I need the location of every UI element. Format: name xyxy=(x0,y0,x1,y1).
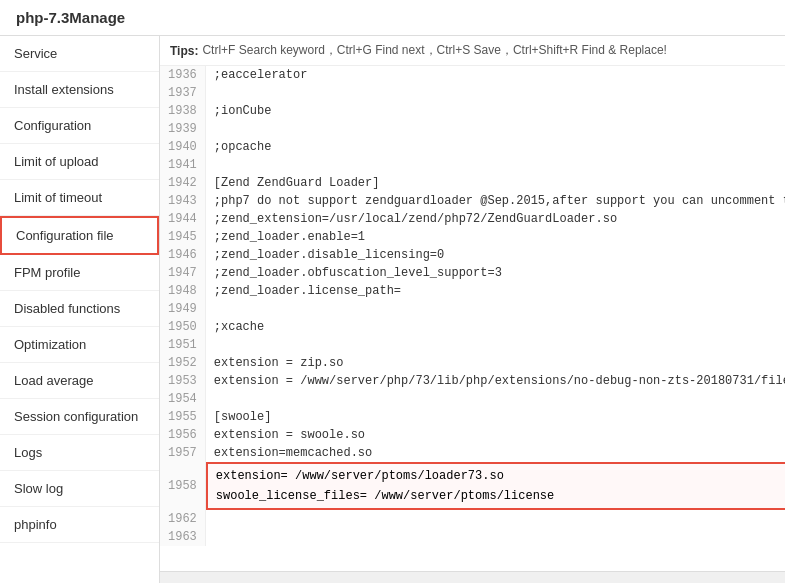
sidebar-item-configuration-file[interactable]: Configuration file xyxy=(0,216,159,255)
app-title: php-7.3Manage xyxy=(16,9,125,26)
sidebar-item-phpinfo[interactable]: phpinfo xyxy=(0,507,159,543)
sidebar-item-configuration[interactable]: Configuration xyxy=(0,108,159,144)
sidebar-item-install-extensions[interactable]: Install extensions xyxy=(0,72,159,108)
sidebar-item-fpm-profile[interactable]: FPM profile xyxy=(0,255,159,291)
sidebar-item-load-average[interactable]: Load average xyxy=(0,363,159,399)
table-row: 1948;zend_loader.license_path= xyxy=(160,282,785,300)
table-row: 1956extension = swoole.so xyxy=(160,426,785,444)
tips-label: Tips: xyxy=(170,44,198,58)
table-row: 1963 xyxy=(160,528,785,546)
table-row: 1940;opcache xyxy=(160,138,785,156)
table-row: 1957extension=memcached.so xyxy=(160,444,785,462)
table-row: 1936;eaccelerator xyxy=(160,66,785,84)
tips-bar: Tips: Ctrl+F Search keyword，Ctrl+G Find … xyxy=(160,36,785,66)
sidebar-item-limit-of-upload[interactable]: Limit of upload xyxy=(0,144,159,180)
content-area: Tips: Ctrl+F Search keyword，Ctrl+G Find … xyxy=(160,36,785,583)
table-row: 1946;zend_loader.disable_licensing=0 xyxy=(160,246,785,264)
sidebar-item-slow-log[interactable]: Slow log xyxy=(0,471,159,507)
table-row: 1952extension = zip.so xyxy=(160,354,785,372)
table-row: 1954 xyxy=(160,390,785,408)
sidebar-item-session-configuration[interactable]: Session configuration xyxy=(0,399,159,435)
table-row: 1953extension = /www/server/php/73/lib/p… xyxy=(160,372,785,390)
sidebar-item-optimization[interactable]: Optimization xyxy=(0,327,159,363)
sidebar-item-disabled-functions[interactable]: Disabled functions xyxy=(0,291,159,327)
table-row: 1955[swoole] xyxy=(160,408,785,426)
sidebar-item-limit-of-timeout[interactable]: Limit of timeout xyxy=(0,180,159,216)
table-row: 1937 xyxy=(160,84,785,102)
table-row: 1943;php7 do not support zendguardloader… xyxy=(160,192,785,210)
table-row: 1938;ionCube xyxy=(160,102,785,120)
table-row: 1939 xyxy=(160,120,785,138)
table-row: 1947;zend_loader.obfuscation_level_suppo… xyxy=(160,264,785,282)
table-row: 1944;zend_extension=/usr/local/zend/php7… xyxy=(160,210,785,228)
sidebar: ServiceInstall extensionsConfigurationLi… xyxy=(0,36,160,583)
code-table: 1936;eaccelerator19371938;ionCube1939194… xyxy=(160,66,785,546)
code-container[interactable]: 1936;eaccelerator19371938;ionCube1939194… xyxy=(160,66,785,571)
sidebar-item-service[interactable]: Service xyxy=(0,36,159,72)
table-row: 1942[Zend ZendGuard Loader] xyxy=(160,174,785,192)
sidebar-item-logs[interactable]: Logs xyxy=(0,435,159,471)
table-row: 1941 xyxy=(160,156,785,174)
table-row: 1950;xcache xyxy=(160,318,785,336)
table-row: 1962 xyxy=(160,510,785,528)
scrollbar[interactable] xyxy=(160,571,785,583)
table-row: 1951 xyxy=(160,336,785,354)
table-row: 1945;zend_loader.enable=1 xyxy=(160,228,785,246)
table-row: 1949 xyxy=(160,300,785,318)
tips-text: Ctrl+F Search keyword，Ctrl+G Find next，C… xyxy=(202,42,667,59)
